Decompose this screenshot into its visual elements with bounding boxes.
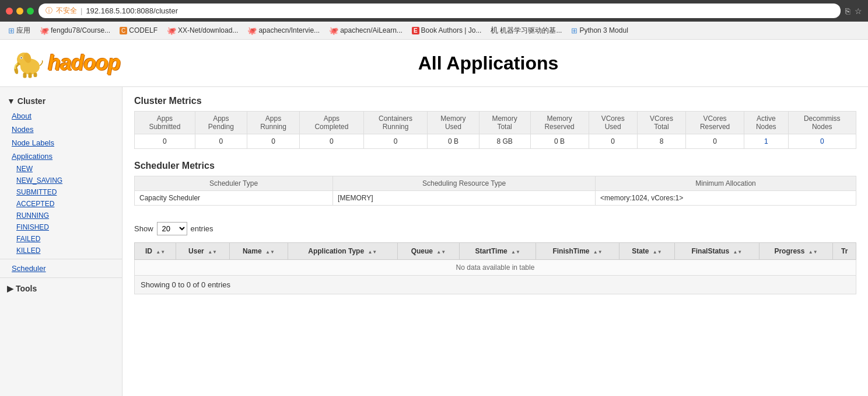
sort-apptype-icon: ▲▼ <box>368 250 377 255</box>
scheduler-metrics-row: Capacity Scheduler [MEMORY] <memory:1024… <box>135 191 856 206</box>
col-state[interactable]: State ▲▼ <box>619 243 674 260</box>
cluster-metrics-table: AppsSubmitted AppsPending AppsRunning Ap… <box>134 111 856 149</box>
col-apps-pending: AppsPending <box>195 112 247 134</box>
sidebar-subitem-submitted[interactable]: SUBMITTED <box>0 186 122 198</box>
col-application-type[interactable]: Application Type ▲▼ <box>288 243 397 260</box>
col-start-time[interactable]: StartTime ▲▼ <box>460 243 536 260</box>
main-content: Cluster Metrics AppsSubmitted AppsPendin… <box>123 87 868 396</box>
security-icon: ⓘ <box>46 6 52 16</box>
sidebar-item-applications[interactable]: Applications <box>0 150 122 163</box>
sort-id-icon: ▲▼ <box>156 250 165 255</box>
bookmark-codelf[interactable]: C CODELF <box>116 25 161 36</box>
col-active-nodes: ActiveNodes <box>744 112 789 134</box>
val-memory-reserved: 0 B <box>530 134 589 149</box>
entries-select[interactable]: 10 20 25 50 100 <box>157 222 187 235</box>
col-memory-used: MemoryUsed <box>428 112 479 134</box>
page-title: All Applications <box>120 53 856 74</box>
sort-state-icon: ▲▼ <box>653 250 662 255</box>
scheduler-metrics-title: Scheduler Metrics <box>134 161 856 171</box>
col-minimum-allocation: Minimum Allocation <box>596 176 856 191</box>
browser-action-icons: ⎘ ☆ <box>845 6 862 16</box>
url-text: 192.168.5.100:8088/cluster <box>86 6 834 15</box>
cluster-arrow-icon: ▼ <box>7 96 15 106</box>
no-data-message: No data available in table <box>135 260 856 276</box>
col-queue[interactable]: Queue ▲▼ <box>397 243 459 260</box>
url-bar[interactable]: ⓘ 不安全 | 192.168.5.100:8088/cluster <box>38 4 841 18</box>
bookmark-xxnet[interactable]: 🐙 XX-Net/download... <box>163 25 242 36</box>
sidebar-subitem-running[interactable]: RUNNING <box>0 210 122 221</box>
sidebar-tools-header[interactable]: ▶ Tools <box>0 280 122 297</box>
col-memory-reserved: MemoryReserved <box>530 112 589 134</box>
bookmark-ml[interactable]: 机 机器学习驱动的基... <box>487 24 565 37</box>
sidebar-divider-2 <box>0 277 122 278</box>
val-apps-pending: 0 <box>195 134 247 149</box>
bookmark-book-authors[interactable]: E Book Authors | Jo... <box>408 25 485 36</box>
applications-table: ID ▲▼ User ▲▼ Name ▲▼ Application Type <box>134 242 856 276</box>
col-user[interactable]: User ▲▼ <box>176 243 230 260</box>
col-progress[interactable]: Progress ▲▼ <box>759 243 833 260</box>
val-decommiss-nodes[interactable]: 0 <box>788 134 856 149</box>
sidebar-item-node-labels[interactable]: Node Labels <box>0 136 122 150</box>
bookmark-apachecn-ailearn[interactable]: 🐙 apachecn/AiLearn... <box>326 25 406 36</box>
col-vcores-total: VCoresTotal <box>637 112 685 134</box>
sidebar-subitem-finished[interactable]: FINISHED <box>0 221 122 233</box>
col-tr: Tr <box>833 243 856 260</box>
val-apps-running: 0 <box>247 134 299 149</box>
bookmark-apps[interactable]: ⊞ 应用 <box>5 25 34 37</box>
val-memory-used: 0 B <box>428 134 479 149</box>
show-label: Show <box>134 224 153 233</box>
val-memory-total: 8 GB <box>479 134 530 149</box>
sidebar-subitem-new-saving[interactable]: NEW_SAVING <box>0 175 122 186</box>
bookmark-apachecn-interview[interactable]: 🐙 apachecn/Intervie... <box>244 25 323 36</box>
val-scheduling-resource-type: [MEMORY] <box>333 191 596 206</box>
translate-icon[interactable]: ⎘ <box>845 6 850 16</box>
cluster-metrics-row: 0 0 0 0 0 0 B 8 GB 0 B 0 8 0 1 0 <box>135 134 856 149</box>
sort-finishtime-icon: ▲▼ <box>593 250 603 255</box>
sidebar-subitem-new[interactable]: NEW <box>0 163 122 175</box>
bookmark-fengdu[interactable]: 🐙 fengdu78/Course... <box>36 25 114 36</box>
tools-arrow-icon: ▶ <box>7 284 13 293</box>
col-finish-time[interactable]: FinishTime ▲▼ <box>536 243 619 260</box>
page-title-area: All Applications <box>120 53 856 74</box>
bookmark-icon[interactable]: ☆ <box>855 6 862 16</box>
app-table-footer: Showing 0 to 0 of 0 entries <box>134 276 856 294</box>
col-apps-running: AppsRunning <box>247 112 299 134</box>
val-active-nodes[interactable]: 1 <box>744 134 789 149</box>
sidebar: ▼ Cluster About Nodes Node Labels Applic… <box>0 87 123 396</box>
col-scheduler-type: Scheduler Type <box>135 176 333 191</box>
sort-user-icon: ▲▼ <box>208 250 217 255</box>
svg-rect-6 <box>29 73 32 78</box>
show-entries-bar: Show 10 20 25 50 100 entries <box>134 217 856 240</box>
sidebar-item-nodes[interactable]: Nodes <box>0 123 122 136</box>
sort-finalstatus-icon: ▲▼ <box>733 250 742 255</box>
cluster-metrics-title: Cluster Metrics <box>134 96 856 106</box>
col-id[interactable]: ID ▲▼ <box>135 243 176 260</box>
sidebar-subitem-failed[interactable]: FAILED <box>0 233 122 245</box>
no-data-row: No data available in table <box>135 260 856 276</box>
val-vcores-reserved: 0 <box>686 134 744 149</box>
col-decommiss-nodes: DecommissNodes <box>788 112 856 134</box>
col-apps-completed: AppsCompleted <box>300 112 364 134</box>
bookmark-python[interactable]: ⊞ Python 3 Modul <box>568 25 631 36</box>
sidebar-subitem-accepted[interactable]: ACCEPTED <box>0 198 122 210</box>
col-name[interactable]: Name ▲▼ <box>229 243 288 260</box>
page-wrapper: hadoop All Applications ▼ Cluster About … <box>0 40 868 396</box>
sidebar-item-about[interactable]: About <box>0 109 122 123</box>
sort-name-icon: ▲▼ <box>265 250 275 255</box>
hadoop-logo: hadoop <box>12 46 120 81</box>
val-apps-completed: 0 <box>300 134 364 149</box>
sidebar-subitem-killed[interactable]: KILLED <box>0 245 122 256</box>
sidebar-tools-label: Tools <box>16 284 37 293</box>
col-vcores-reserved: VCoresReserved <box>686 112 744 134</box>
val-containers-running: 0 <box>363 134 428 149</box>
hadoop-wordmark: hadoop <box>48 51 120 75</box>
sidebar-cluster-header[interactable]: ▼ Cluster <box>0 93 122 109</box>
col-apps-submitted: AppsSubmitted <box>135 112 195 134</box>
col-final-status[interactable]: FinalStatus ▲▼ <box>675 243 760 260</box>
sidebar-item-scheduler[interactable]: Scheduler <box>0 262 122 275</box>
sort-queue-icon: ▲▼ <box>436 250 446 255</box>
hadoop-elephant-icon <box>12 46 47 81</box>
header: hadoop All Applications <box>0 40 868 87</box>
col-containers-running: ContainersRunning <box>363 112 428 134</box>
val-vcores-used: 0 <box>589 134 637 149</box>
